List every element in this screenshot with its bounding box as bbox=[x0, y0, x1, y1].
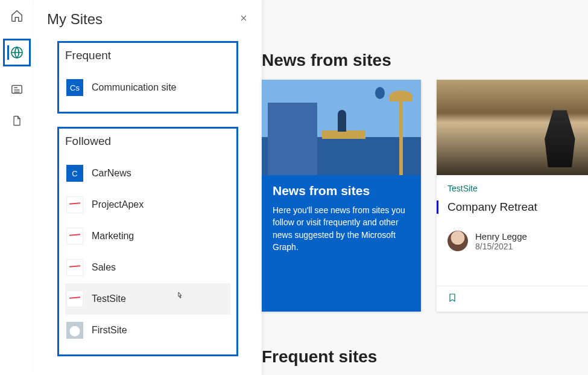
card-body: News from sites Here you'll see news fro… bbox=[262, 175, 421, 312]
news-placeholder-card[interactable]: News from sites Here you'll see news fro… bbox=[262, 80, 421, 312]
followed-label: Followed bbox=[65, 135, 230, 148]
card-illustration bbox=[262, 80, 421, 175]
left-nav-rail bbox=[0, 0, 34, 375]
site-item-sales[interactable]: Sales bbox=[65, 252, 230, 283]
news-icon[interactable] bbox=[8, 81, 25, 98]
site-tile-icon bbox=[66, 259, 83, 276]
file-icon[interactable] bbox=[8, 112, 25, 129]
site-item-label: ProjectApex bbox=[92, 199, 144, 210]
news-cards-row: News from sites Here you'll see news fro… bbox=[262, 80, 588, 312]
frequent-section-highlight: Frequent Cs Communication site bbox=[57, 41, 238, 114]
avatar bbox=[447, 231, 468, 251]
card-site-link[interactable]: TestSite bbox=[447, 184, 585, 193]
author-name: Henry Legge bbox=[475, 231, 527, 242]
panel-header: My Sites bbox=[34, 11, 262, 28]
followed-section-highlight: Followed C CarNews ProjectApex Marketing… bbox=[57, 127, 238, 356]
site-tile-icon bbox=[66, 196, 83, 213]
frequent-label: Frequent bbox=[65, 49, 230, 62]
news-card-company-retreat[interactable]: TestSite Company Retreat Henry Legge 8/1… bbox=[437, 80, 588, 312]
site-item-label: Marketing bbox=[92, 231, 134, 242]
card-photo bbox=[437, 80, 588, 175]
site-item-label: CarNews bbox=[92, 168, 131, 179]
card-title: News from sites bbox=[273, 184, 410, 198]
site-item-label: TestSite bbox=[92, 293, 126, 304]
close-icon[interactable] bbox=[239, 13, 248, 26]
cursor-pointer-icon bbox=[175, 290, 185, 303]
site-tile-icon bbox=[66, 228, 83, 245]
site-tile-icon bbox=[66, 290, 83, 307]
globe-icon[interactable] bbox=[8, 44, 25, 61]
site-item-marketing[interactable]: Marketing bbox=[65, 220, 230, 252]
author-date: 8/15/2021 bbox=[475, 242, 527, 251]
site-item-carnews[interactable]: C CarNews bbox=[65, 158, 230, 189]
news-from-sites-heading: News from sites bbox=[262, 51, 391, 70]
main-content: News from sites News from sites Here you… bbox=[262, 0, 588, 375]
site-item-firstsite[interactable]: FirstSite bbox=[65, 315, 230, 346]
site-tile-icon: Cs bbox=[66, 79, 83, 96]
card-footer bbox=[437, 286, 588, 312]
site-item-label: Sales bbox=[92, 262, 116, 273]
site-item-testsite[interactable]: TestSite bbox=[65, 283, 230, 315]
site-item-label: FirstSite bbox=[92, 325, 127, 336]
panel-title: My Sites bbox=[47, 11, 103, 28]
card-heading: Company Retreat bbox=[437, 200, 585, 214]
site-item-communication[interactable]: Cs Communication site bbox=[65, 72, 230, 103]
site-item-projectapex[interactable]: ProjectApex bbox=[65, 189, 230, 220]
site-tile-icon: C bbox=[66, 165, 83, 182]
card-text: Here you'll see news from sites you foll… bbox=[273, 204, 410, 253]
my-sites-nav-highlight bbox=[3, 39, 31, 66]
frequent-sites-heading: Frequent sites bbox=[262, 347, 377, 367]
home-icon[interactable] bbox=[8, 7, 25, 24]
card-author-row: Henry Legge 8/15/2021 bbox=[447, 231, 585, 251]
site-tile-icon bbox=[66, 322, 83, 339]
site-item-label: Communication site bbox=[92, 82, 177, 93]
my-sites-panel: My Sites Frequent Cs Communication site … bbox=[34, 0, 262, 375]
card-body: TestSite Company Retreat Henry Legge 8/1… bbox=[437, 175, 588, 286]
bookmark-icon[interactable] bbox=[447, 295, 457, 305]
